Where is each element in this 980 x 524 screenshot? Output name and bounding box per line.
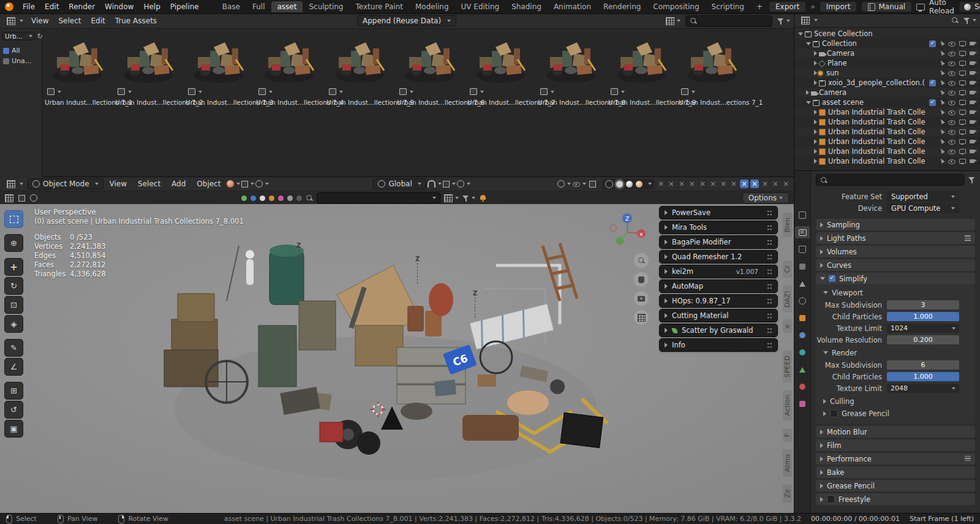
panel-simplify[interactable]: Simplify bbox=[816, 273, 975, 284]
disable-viewport-icon[interactable] bbox=[959, 80, 966, 86]
drag-handle-icon[interactable] bbox=[767, 254, 772, 260]
menu-window[interactable]: Window bbox=[100, 1, 138, 12]
disable-render-icon[interactable] bbox=[970, 61, 977, 66]
grease-pencil-checkbox[interactable] bbox=[830, 409, 838, 417]
menu-true-assets[interactable]: True Assets bbox=[110, 15, 162, 26]
asset-thumbnail[interactable] bbox=[682, 35, 741, 88]
asset-collection-dropdown[interactable] bbox=[317, 192, 440, 203]
disable-viewport-icon[interactable] bbox=[959, 41, 966, 47]
sidebar-tab[interactable]: Ze bbox=[783, 484, 792, 503]
tool-spin[interactable] bbox=[4, 401, 23, 419]
tool-move[interactable] bbox=[4, 258, 23, 276]
workspace-tab-scripting[interactable]: Scripting bbox=[706, 1, 750, 12]
options-button[interactable]: Options bbox=[742, 192, 789, 203]
workspace-tab-modeling[interactable]: Modeling bbox=[409, 1, 455, 12]
asset-badge[interactable] bbox=[399, 88, 413, 95]
hide-viewport-icon[interactable] bbox=[948, 80, 956, 86]
tab-scene[interactable] bbox=[795, 278, 810, 290]
disable-render-icon[interactable] bbox=[970, 80, 977, 86]
asset-badge[interactable] bbox=[470, 88, 484, 95]
tab-output[interactable] bbox=[795, 243, 810, 256]
selectable-icon[interactable] bbox=[940, 139, 944, 145]
subpanel-culling[interactable]: Culling bbox=[816, 396, 975, 406]
panel-kei2m[interactable]: kei2mv1.007 bbox=[659, 265, 778, 278]
hide-viewport-icon[interactable] bbox=[948, 70, 956, 76]
tool-add-cube[interactable] bbox=[4, 382, 23, 400]
menu-select[interactable]: Select bbox=[53, 15, 86, 26]
menu-edit[interactable]: Edit bbox=[86, 15, 110, 26]
panel-freestyle[interactable]: Freestyle bbox=[816, 493, 975, 505]
sidebar-tab[interactable]: F bbox=[783, 428, 792, 442]
asset-thumbnail[interactable] bbox=[260, 35, 318, 88]
tab-render[interactable] bbox=[795, 226, 810, 238]
feature-set-dropdown[interactable]: Supported bbox=[887, 191, 959, 202]
color-tag-green[interactable] bbox=[241, 196, 247, 201]
exclude-checkbox[interactable] bbox=[929, 99, 936, 106]
asset-thumbnail[interactable] bbox=[48, 35, 107, 88]
drag-handle-icon[interactable] bbox=[767, 313, 772, 319]
asset-item[interactable]: Urban Indust...llections 7_4 bbox=[256, 35, 322, 106]
exclude-checkbox[interactable] bbox=[929, 40, 936, 47]
outliner-row-collection[interactable]: Collection bbox=[794, 39, 980, 48]
editor-type-button[interactable] bbox=[4, 180, 26, 189]
workspace-tab-shading[interactable]: Shading bbox=[505, 1, 548, 12]
panel-scatter[interactable]: Scatter by Graswald bbox=[659, 324, 778, 337]
panel-motion-blur[interactable]: Motion Blur bbox=[816, 426, 975, 438]
camera-view-button[interactable] bbox=[634, 291, 649, 306]
menu-edit[interactable]: Edit bbox=[40, 1, 64, 12]
tool-transform[interactable] bbox=[4, 315, 23, 333]
outliner-row-xoio-collection[interactable]: xoio_3d_people_collection.( bbox=[794, 78, 980, 88]
expand-icon[interactable] bbox=[814, 51, 817, 56]
panel-light-paths[interactable]: Light Paths bbox=[816, 232, 975, 244]
properties-search-input[interactable] bbox=[816, 174, 965, 186]
expand-icon[interactable] bbox=[814, 110, 817, 115]
sidebar-tab[interactable]: Blen bbox=[783, 213, 792, 237]
expand-icon[interactable] bbox=[814, 120, 817, 124]
outliner-row-trash-collection[interactable]: Urban Industrial Trash Colle bbox=[794, 127, 980, 137]
tab-object[interactable] bbox=[795, 312, 810, 324]
tab-material[interactable] bbox=[795, 381, 810, 393]
panel-bagapie-modifier[interactable]: BagaPie Modifier bbox=[659, 235, 778, 249]
drag-handle-icon[interactable] bbox=[767, 210, 772, 216]
workspace-tab-texture-paint[interactable]: Texture Paint bbox=[350, 1, 409, 12]
add-workspace-button[interactable]: + bbox=[750, 1, 769, 12]
outliner-row-trash-collection[interactable]: Urban Industrial Trash Colle bbox=[794, 117, 980, 127]
search-icon[interactable] bbox=[306, 194, 313, 202]
tab-modifiers[interactable] bbox=[795, 329, 810, 341]
disable-viewport-icon[interactable] bbox=[959, 70, 966, 76]
viewport-child-particles-slider[interactable]: 1.000 bbox=[887, 312, 959, 321]
disable-render-icon[interactable] bbox=[970, 120, 977, 125]
panel-bake[interactable]: Bake bbox=[816, 466, 975, 478]
asset-thumbnail[interactable] bbox=[541, 35, 600, 88]
outliner-row-trash-collection[interactable]: Urban Industrial Trash Colle bbox=[794, 156, 980, 166]
pivot-dropdown[interactable] bbox=[255, 179, 269, 189]
selectable-icon[interactable] bbox=[940, 99, 944, 105]
import-method-dropdown[interactable]: Append (Reuse Data) bbox=[357, 15, 456, 26]
panel-info[interactable]: Info bbox=[659, 338, 778, 352]
expand-icon[interactable] bbox=[814, 149, 817, 154]
addon-toggle-icon-active[interactable] bbox=[740, 180, 748, 188]
tool-select-box[interactable] bbox=[4, 210, 23, 228]
hide-viewport-icon[interactable] bbox=[948, 129, 956, 135]
workspace-tab-compositing[interactable]: Compositing bbox=[647, 1, 705, 12]
disable-viewport-icon[interactable] bbox=[959, 129, 966, 135]
asset-item[interactable]: Urban Indust...llections 7_3 bbox=[186, 35, 251, 106]
asset-badge[interactable] bbox=[188, 88, 202, 95]
disable-viewport-icon[interactable] bbox=[959, 61, 966, 66]
disable-viewport-icon[interactable] bbox=[959, 90, 966, 96]
asset-thumbnail[interactable] bbox=[189, 35, 248, 88]
outliner-row-plane[interactable]: Plane bbox=[794, 58, 980, 68]
disable-viewport-icon[interactable] bbox=[959, 159, 966, 164]
addon-toggle-icon-active[interactable] bbox=[750, 180, 759, 188]
color-tag-white[interactable] bbox=[260, 196, 265, 201]
sidebar-tab[interactable]: Action bbox=[783, 390, 792, 420]
selectable-icon[interactable] bbox=[940, 158, 944, 164]
asset-item[interactable]: Urban Indust...llections 7_8 bbox=[538, 35, 603, 106]
menu-view[interactable]: View bbox=[26, 15, 53, 26]
color-tag-dark[interactable] bbox=[296, 196, 302, 201]
device-dropdown[interactable]: GPU Compute bbox=[887, 203, 959, 213]
outliner-row-asset-scene[interactable]: asset scene bbox=[794, 97, 980, 107]
hide-viewport-icon[interactable] bbox=[948, 41, 956, 47]
catalog-all[interactable]: All bbox=[2, 45, 40, 56]
export-button[interactable]: Export bbox=[769, 1, 806, 12]
